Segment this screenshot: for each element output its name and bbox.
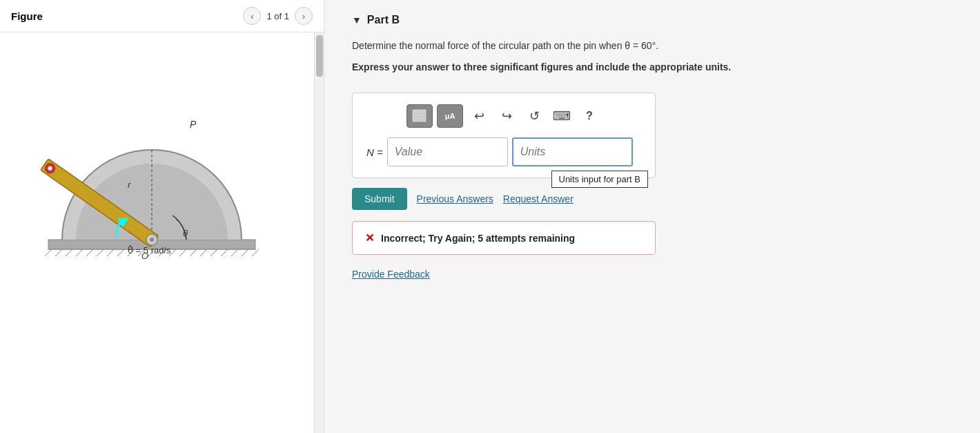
svg-line-4 <box>66 249 72 256</box>
right-panel: ▼ Part B Determine the normal force of t… <box>324 0 980 433</box>
svg-rect-31 <box>413 117 419 122</box>
units-tooltip: Units input for part B <box>551 171 649 188</box>
label-r: r <box>128 180 131 190</box>
svg-line-7 <box>97 249 104 256</box>
figure-header: Figure ‹ 1 of 1 › <box>0 0 324 32</box>
svg-rect-32 <box>420 117 426 122</box>
label-theta: θ <box>183 228 188 238</box>
toolbar: μA ↩ ↪ ↺ ⌨ ? <box>366 104 641 128</box>
prev-page-button[interactable]: ‹ <box>243 7 261 25</box>
part-title: Part B <box>367 14 400 26</box>
left-panel: Figure ‹ 1 of 1 › <box>0 0 324 433</box>
svg-line-21 <box>242 249 248 256</box>
redo-button[interactable]: ↪ <box>495 104 518 128</box>
scroll-thumb[interactable] <box>316 35 323 77</box>
matrix-icon <box>412 109 427 123</box>
figure-title: Figure <box>11 10 237 22</box>
request-answer-button[interactable]: Request Answer <box>503 193 574 204</box>
input-row: N = Units input for part B <box>366 137 641 166</box>
svg-line-6 <box>86 249 93 256</box>
error-icon: ✕ <box>365 231 374 244</box>
svg-line-3 <box>55 249 62 256</box>
svg-rect-29 <box>413 110 419 116</box>
svg-point-28 <box>150 238 154 242</box>
label-omega: θ̇ = 5 rad/s <box>128 245 171 256</box>
help-button[interactable]: ? <box>578 104 601 128</box>
svg-line-15 <box>179 249 186 256</box>
error-box: ✕ Incorrect; Try Again; 5 attempts remai… <box>352 221 656 255</box>
units-button[interactable]: μA <box>437 104 463 128</box>
svg-line-9 <box>117 249 124 256</box>
collapse-arrow[interactable]: ▼ <box>352 15 362 26</box>
value-input[interactable] <box>387 137 508 166</box>
input-label: N = <box>366 146 383 158</box>
action-row: Submit Previous Answers Request Answer <box>352 188 952 210</box>
scrollbar[interactable] <box>314 32 324 433</box>
figure-svg: P r O θ θ̇ = 5 rad/s <box>7 39 297 288</box>
answer-box: μA ↩ ↪ ↺ ⌨ ? N = Units input for part B <box>352 93 656 178</box>
next-page-button[interactable]: › <box>295 7 313 25</box>
page-indicator: 1 of 1 <box>266 11 289 21</box>
units-input[interactable] <box>512 137 633 166</box>
refresh-button[interactable]: ↺ <box>522 104 546 128</box>
figure-content: P r O θ θ̇ = 5 rad/s <box>0 32 324 433</box>
feedback-link[interactable]: Provide Feedback <box>352 269 430 280</box>
label-p: P <box>190 119 197 130</box>
undo-button[interactable]: ↩ <box>467 104 491 128</box>
part-header: ▼ Part B <box>352 14 952 26</box>
svg-line-5 <box>76 249 83 256</box>
svg-line-8 <box>107 249 114 256</box>
instruction-text: Express your answer to three significant… <box>352 60 952 75</box>
svg-line-18 <box>210 249 217 256</box>
submit-button[interactable]: Submit <box>352 188 407 210</box>
svg-line-17 <box>200 249 207 256</box>
error-text: Incorrect; Try Again; 5 attempts remaini… <box>381 233 575 244</box>
svg-line-19 <box>221 249 228 256</box>
matrix-button[interactable] <box>406 104 433 128</box>
keyboard-button[interactable]: ⌨ <box>550 104 574 128</box>
previous-answers-button[interactable]: Previous Answers <box>417 193 493 204</box>
svg-line-20 <box>231 249 238 256</box>
question-text: Determine the normal force of the circul… <box>352 39 952 53</box>
svg-rect-30 <box>420 110 426 116</box>
svg-line-2 <box>45 249 52 256</box>
svg-line-22 <box>252 249 259 256</box>
svg-line-16 <box>190 249 197 256</box>
